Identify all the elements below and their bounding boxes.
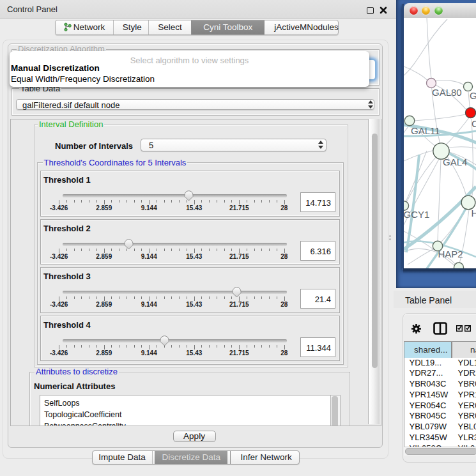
svg-text:GAL4: GAL4 — [443, 157, 467, 167]
svg-text:GAL80: GAL80 — [432, 87, 462, 98]
svg-text:H: H — [472, 208, 476, 219]
svg-text:C: C — [472, 118, 476, 129]
svg-text:GA: GA — [470, 90, 476, 101]
svg-text:GAL11: GAL11 — [411, 125, 440, 136]
svg-text:GCY1: GCY1 — [404, 209, 429, 220]
svg-text:HAP2: HAP2 — [438, 249, 463, 259]
